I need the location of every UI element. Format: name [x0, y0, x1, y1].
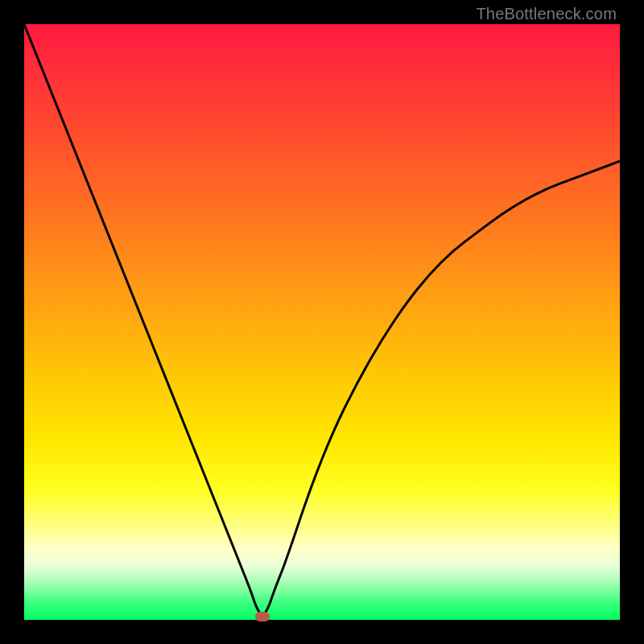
bottleneck-curve: [24, 24, 620, 615]
plot-area: [24, 24, 620, 620]
watermark-text: TheBottleneck.com: [476, 5, 617, 23]
optimum-marker: [255, 612, 270, 621]
chart-frame: TheBottleneck.com: [0, 0, 644, 644]
curve-svg: [24, 24, 620, 620]
